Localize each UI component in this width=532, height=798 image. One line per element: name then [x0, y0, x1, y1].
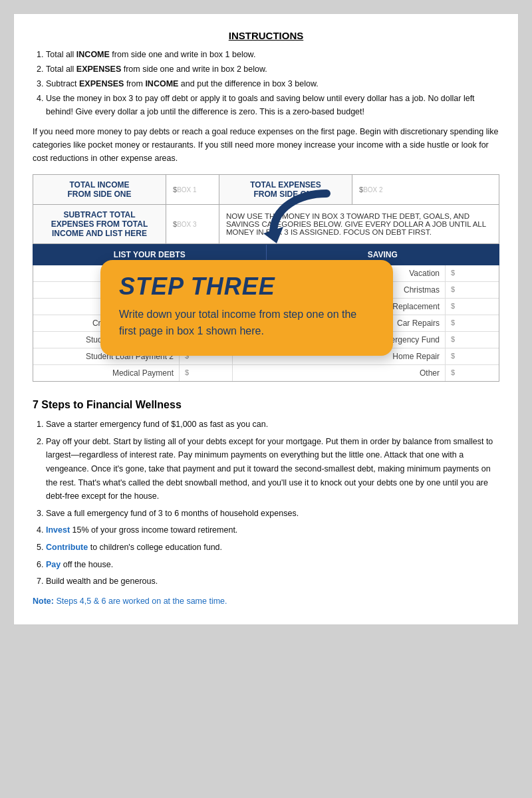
overlay-description: Write down your total income from step o… — [119, 307, 374, 340]
step6: Pay off the house. — [46, 558, 499, 572]
step-overlay: STEP THREE Write down your total income … — [100, 260, 393, 356]
box1-label: TOTAL INCOMEFROM SIDE ONE — [33, 175, 166, 204]
instructions-list: Total all INCOME from side one and write… — [33, 48, 499, 118]
steps-title: 7 Steps to Financial Wellness — [33, 399, 499, 411]
row5-right-dollar[interactable]: $ — [446, 332, 499, 348]
row4-right-dollar[interactable]: $ — [446, 315, 499, 331]
instructions-title: INSTRUCTIONS — [33, 30, 499, 41]
step3: Save a full emergency fund of 3 to 6 mon… — [46, 507, 499, 521]
instructions-paragraph: If you need more money to pay debts or r… — [33, 125, 499, 165]
instruction-item-2: Total all EXPENSES from side one and wri… — [46, 63, 499, 76]
instruction-item-3: Subtract EXPENSES from INCOME and put th… — [46, 77, 499, 90]
row1-right-dollar[interactable]: $ — [446, 265, 499, 281]
box1-dollar[interactable]: $Box 1 — [166, 175, 219, 204]
instruction-item-4: Use the money in box 3 to pay off debt o… — [46, 92, 499, 118]
table-row: Medical Payment $ Other $ — [33, 365, 499, 381]
row7-left-label: Medical Payment — [33, 365, 180, 381]
step7: Build wealth and be generous. — [46, 575, 499, 589]
step4: Invest 15% of your gross income toward r… — [46, 523, 499, 537]
overlay-title: STEP THREE — [119, 275, 374, 299]
box3-dollar[interactable]: $Box 3 — [166, 205, 219, 243]
step1: Save a starter emergency fund of $1,000 … — [46, 418, 499, 432]
page-container: INSTRUCTIONS Total all INCOME from side … — [13, 13, 519, 625]
row6-right-dollar[interactable]: $ — [446, 348, 499, 364]
note-text: Note: Steps 4,5 & 6 are worked on at the… — [33, 597, 499, 606]
row7-right-label: Other — [233, 365, 446, 381]
step2: Pay off your debt. Start by listing all … — [46, 435, 499, 503]
arrow-graphic — [260, 187, 353, 253]
instruction-item-1: Total all INCOME from side one and write… — [46, 48, 499, 61]
box3-label: SUBTRACT TOTALEXPENSES FROM TOTALINCOME … — [33, 205, 166, 243]
box2-dollar[interactable]: $Box 2 — [352, 175, 406, 204]
steps-section: 7 Steps to Financial Wellness Save a sta… — [33, 392, 499, 606]
row3-right-dollar[interactable]: $ — [446, 299, 499, 315]
row2-right-dollar[interactable]: $ — [446, 282, 499, 298]
steps-list: Save a starter emergency fund of $1,000 … — [33, 418, 499, 589]
step5: Contribute to children's college educati… — [46, 541, 499, 555]
row7-right-dollar[interactable]: $ — [446, 365, 499, 381]
row7-left-dollar[interactable]: $ — [180, 365, 233, 381]
